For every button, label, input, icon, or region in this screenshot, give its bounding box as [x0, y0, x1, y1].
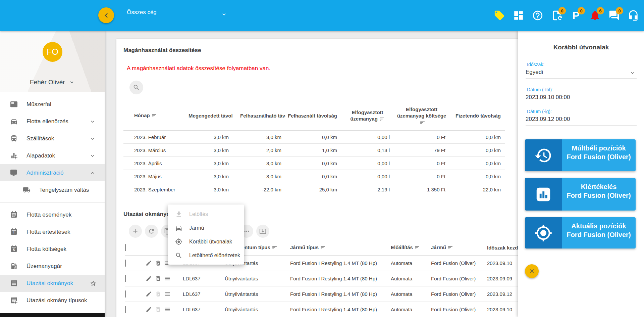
- edit-icon[interactable]: [146, 291, 152, 297]
- user-name: Fehér Olivér: [30, 79, 65, 86]
- fuel-pump-icon: [10, 262, 18, 270]
- refresh-button[interactable]: [145, 225, 158, 238]
- sidebar-item-travel-documents[interactable]: Utazási okmányok: [0, 275, 105, 292]
- notifications-button[interactable]: 6: [589, 9, 601, 21]
- date-from-label: Dátum (-tól):: [527, 87, 553, 92]
- sidebar-item-label: Adminisztráció: [26, 170, 64, 176]
- sidebar-item-dashboard[interactable]: Műszerfal: [0, 96, 105, 113]
- refresh-icon: [148, 228, 155, 235]
- row-checkbox[interactable]: [125, 275, 126, 282]
- column-header-payable-distance[interactable]: Fizetendő távolság: [449, 113, 505, 119]
- edit-icon[interactable]: [146, 306, 152, 313]
- column-header-vehicle[interactable]: Jármű: [431, 244, 487, 251]
- messages-button[interactable]: 0: [608, 9, 620, 21]
- calendar-cost-icon: $: [10, 245, 18, 253]
- app-window: Összes cég 0 P 0 6: [0, 0, 644, 317]
- tag-button[interactable]: [493, 9, 505, 21]
- column-header-allowed-distance[interactable]: Megengedett távols: [181, 113, 233, 119]
- table-row[interactable]: 2023. Február3,0 km3,0 km0,0 km0,00 l0 F…: [123, 131, 505, 144]
- sidebar-item-fleet-notifications[interactable]: ! Flotta értesítések: [0, 223, 105, 240]
- user-menu[interactable]: Fehér Olivér: [0, 79, 105, 86]
- chevron-down-icon: [89, 118, 96, 125]
- export-button[interactable]: [256, 225, 269, 238]
- evaluation-button[interactable]: Kiértékelés Ford Fusion (Oliver): [525, 178, 636, 211]
- select-all-checkbox[interactable]: [125, 244, 126, 251]
- close-panel-button[interactable]: [525, 264, 539, 278]
- sidebar-item-label: Flotta értesítések: [26, 229, 70, 235]
- bus-icon: [10, 135, 18, 142]
- sidebar-item-label: Flotta ellenörzés: [26, 118, 68, 125]
- table-row[interactable]: 2023. Május3,0 km3,0 km0,0 km0,00 l0 Ft0…: [123, 170, 505, 183]
- edit-icon[interactable]: [146, 275, 152, 282]
- star-icon[interactable]: [90, 280, 97, 287]
- column-header-month[interactable]: Hónap: [123, 112, 181, 119]
- row-checkbox[interactable]: [125, 306, 126, 313]
- sidebar-item-fleet-costs[interactable]: $ Flotta költségek: [0, 240, 105, 258]
- column-header-usable-distance[interactable]: Felhasználható távo: [233, 113, 285, 119]
- menu-item-downloadable-previews[interactable]: Letölthető előnézetek: [168, 248, 244, 262]
- edit-icon[interactable]: [146, 260, 152, 266]
- period-label: Időszak:: [527, 62, 544, 67]
- sidebar-item-label: Alapadatok: [26, 152, 55, 159]
- row-menu-icon[interactable]: [164, 275, 171, 282]
- sidebar-item-fleet-events[interactable]: Flotta események: [0, 206, 105, 223]
- menu-item-vehicle[interactable]: Jármű: [168, 221, 244, 235]
- history-icon: [534, 146, 552, 165]
- table-row[interactable]: 2023. Április3,0 km3,0 km0,0 km0,00 l0 F…: [123, 157, 505, 170]
- plus-icon: [132, 228, 139, 235]
- past-positions-button[interactable]: Múltbéli pozíciók Ford Fusion (Oliver): [525, 139, 636, 171]
- chevron-down-icon: [89, 135, 96, 142]
- delete-icon-disabled: [155, 291, 161, 297]
- chevron-down-icon: [69, 79, 75, 85]
- calendar-alert-icon: !: [10, 228, 18, 236]
- sidebar-item-fuel-price[interactable]: Üzemanyagár: [0, 258, 105, 275]
- parking-badge: 0: [578, 7, 585, 14]
- document-sync-button[interactable]: 0: [551, 9, 563, 21]
- column-header-used-distance[interactable]: Felhasznált távolság: [285, 113, 341, 119]
- sidebar-item-transports[interactable]: Szállítások: [0, 130, 105, 147]
- period-select[interactable]: Egyedi: [526, 69, 637, 79]
- chevron-down-icon: [629, 70, 636, 76]
- chevron-down-icon: [221, 11, 227, 18]
- avatar[interactable]: FO: [43, 42, 62, 62]
- row-menu-icon[interactable]: [164, 291, 171, 297]
- car-icon: [175, 224, 182, 232]
- column-header-fuel-cost[interactable]: Elfogyasztott üzemanyag költsége: [394, 106, 449, 125]
- truck-icon: [23, 186, 31, 194]
- column-header-vehicle-type[interactable]: Jármű típus: [290, 244, 391, 251]
- date-to-input[interactable]: 2023.09.12 00:00: [526, 116, 637, 126]
- sidebar-item-axle-change[interactable]: Tengelyszám váltás: [0, 181, 105, 198]
- car-icon: [10, 118, 18, 125]
- top-bar: Összes cég 0 P 0 6: [0, 0, 644, 31]
- apps-button[interactable]: [513, 9, 525, 21]
- company-select[interactable]: Összes cég: [127, 9, 227, 21]
- sidebar-item-administration[interactable]: Adminisztráció: [0, 164, 105, 181]
- menu-item-previous-routes[interactable]: Korábbi útvonalak: [168, 235, 244, 248]
- date-from-input[interactable]: 2023.09.10 00:00: [526, 94, 637, 104]
- sort-icon: [320, 245, 326, 251]
- row-checkbox[interactable]: [125, 290, 126, 298]
- support-button[interactable]: [627, 9, 639, 21]
- row-context-menu: Letöltés Jármű Korábbi útvonalak Letölth…: [168, 205, 244, 265]
- add-button[interactable]: [129, 225, 142, 238]
- sort-icon: [420, 120, 425, 125]
- row-menu-icon[interactable]: [164, 306, 171, 313]
- delete-icon[interactable]: [155, 260, 161, 266]
- current-positions-button[interactable]: Aktuális pozíciók Ford Fusion (Oliver): [525, 217, 636, 248]
- location-target-icon: [175, 238, 182, 245]
- row-checkbox[interactable]: [125, 260, 126, 267]
- page-title: Magánhasználat összesítése: [123, 47, 201, 54]
- help-button[interactable]: [532, 9, 544, 21]
- parking-button[interactable]: P 0: [570, 9, 582, 21]
- sidebar-item-fleet-check[interactable]: Flotta ellenörzés: [0, 113, 105, 130]
- delete-icon[interactable]: [155, 275, 161, 282]
- table-row[interactable]: 2023. Március3,0 km2,0 km1,0 km0,13 l79 …: [123, 144, 505, 157]
- sidebar-item-base-data[interactable]: Alapadatok: [0, 147, 105, 164]
- table-row[interactable]: 2023. Szeptember3,0 km-22,0 km25,0 km2,1…: [123, 183, 505, 196]
- sidebar-item-travel-document-types[interactable]: Utazási okmány típusok: [0, 292, 105, 309]
- collapse-sidebar-button[interactable]: [98, 7, 114, 23]
- sidebar-bottom-strip: [0, 313, 105, 317]
- column-header-fuel-consumed[interactable]: Elfogyasztott üzemanyag: [341, 109, 394, 122]
- summary-search-button[interactable]: [129, 81, 143, 94]
- column-header-production[interactable]: Előállítás: [391, 244, 431, 251]
